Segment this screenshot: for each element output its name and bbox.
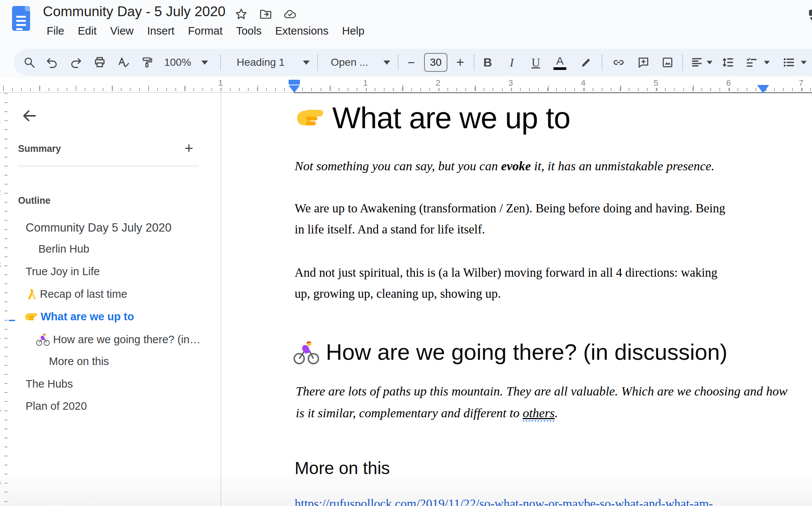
ruler-number: 6 <box>724 78 733 88</box>
right-indent-marker[interactable] <box>757 85 769 93</box>
toolbar-separator <box>474 54 474 71</box>
vertical-ruler[interactable]: 1 2 3 4 5 6 <box>0 93 8 506</box>
zoom-select[interactable]: 100% <box>161 49 195 76</box>
woman-biking-emoji <box>293 339 320 365</box>
doc-subtitle-italic[interactable]: Not something you can say, but you can e… <box>295 156 715 177</box>
ruler-number: 5 <box>651 78 660 88</box>
first-line-indent-marker[interactable] <box>289 80 300 85</box>
font-caret-icon[interactable] <box>381 49 392 76</box>
ruler-number: 2 <box>433 78 442 88</box>
increase-font-size-button[interactable]: + <box>453 49 468 76</box>
reminder-ribbon-emoji <box>27 288 37 300</box>
v-ruler-number: 6 <box>0 477 1 488</box>
outline-item[interactable]: Berlin Hub <box>38 243 89 255</box>
ruler-number: 3 <box>506 78 515 88</box>
cloud-saved-icon[interactable] <box>283 8 297 21</box>
ruler-number: 1 <box>216 78 225 88</box>
pointing-right-emoji <box>24 312 38 322</box>
redo-icon[interactable] <box>67 49 85 76</box>
outline-label: Outline <box>18 195 50 206</box>
clipped-header-icon <box>807 10 812 25</box>
toolbar-separator <box>317 54 318 71</box>
misspelled-word: others <box>523 406 555 421</box>
toolbar: 100% Heading 1 Open ... − 30 + B I U A <box>14 49 812 76</box>
menu-view[interactable]: View <box>103 23 140 39</box>
bold-word: evoke <box>501 159 531 173</box>
text-color-button[interactable]: A <box>551 49 569 76</box>
star-icon[interactable] <box>234 8 248 21</box>
collapse-heading-icon[interactable]: – <box>8 312 15 327</box>
style-caret-icon[interactable] <box>301 49 312 76</box>
bulleted-list-icon[interactable] <box>779 49 798 76</box>
font-select[interactable]: Open ... <box>326 49 376 76</box>
highlight-color-icon[interactable] <box>577 49 596 76</box>
align-icon[interactable] <box>688 49 706 76</box>
divider <box>18 166 199 166</box>
v-ruler-number: 3 <box>0 259 1 271</box>
underline-button[interactable]: U <box>527 49 544 76</box>
v-ruler-number: 4 <box>0 332 1 343</box>
insert-image-icon[interactable] <box>658 49 677 76</box>
outline-item[interactable]: How are we going there? (in… <box>36 333 201 346</box>
zoom-caret-icon[interactable] <box>199 49 210 76</box>
outline-item[interactable]: Recap of last time <box>27 288 127 300</box>
font-size-input[interactable]: 30 <box>423 49 448 76</box>
doc-heading-2[interactable]: How are we going there? (in discussion) <box>293 339 727 365</box>
bulleted-list-caret-icon[interactable] <box>799 49 809 76</box>
menu-insert[interactable]: Insert <box>140 23 181 39</box>
ruler-number: 4 <box>579 78 588 88</box>
line-spacing-icon[interactable] <box>718 49 737 76</box>
doc-paragraph-1[interactable]: We are up to Awakening (transformation /… <box>295 198 725 240</box>
spelling-check-icon[interactable] <box>114 49 133 76</box>
outline-item[interactable]: More on this <box>49 355 109 368</box>
menu-format[interactable]: Format <box>181 23 230 39</box>
outline-item[interactable]: True Joy in Life <box>26 265 100 278</box>
ruler-number: 1 <box>361 78 370 88</box>
doc-paragraph-3-italic[interactable]: There are lots of paths up this mountain… <box>296 380 788 424</box>
add-comment-icon[interactable] <box>634 49 653 76</box>
left-indent-marker[interactable] <box>289 85 300 93</box>
outline-item[interactable]: Plan of 2020 <box>26 400 87 412</box>
print-icon[interactable] <box>90 49 109 76</box>
outline-item[interactable]: Community Day 5 July 2020 <box>26 221 172 235</box>
outline-item-active[interactable]: What are we up to <box>24 311 134 323</box>
close-outline-icon[interactable] <box>19 105 40 126</box>
search-icon[interactable] <box>20 49 39 76</box>
paint-format-icon[interactable] <box>138 49 157 76</box>
v-ruler-number: 1 <box>0 114 1 126</box>
toolbar-separator <box>398 54 398 71</box>
checklist-icon[interactable] <box>742 49 761 76</box>
undo-icon[interactable] <box>43 49 61 76</box>
menu-edit[interactable]: Edit <box>71 23 103 39</box>
paragraph-style-select[interactable]: Heading 1 <box>232 49 301 76</box>
checklist-caret-icon[interactable] <box>762 49 772 76</box>
menu-tools[interactable]: Tools <box>229 23 268 39</box>
horizontal-ruler[interactable]: 1 1 2 3 4 5 6 7 <box>0 78 812 93</box>
hyperlink[interactable]: https://rufuspollock.com/2019/11/22/so-w… <box>295 497 713 506</box>
align-caret-icon[interactable] <box>705 49 715 76</box>
document-title[interactable]: Community Day - 5 July 2020 <box>43 4 225 20</box>
toolbar-separator <box>220 54 221 71</box>
insert-link-icon[interactable] <box>609 49 628 76</box>
google-docs-logo-icon[interactable] <box>12 6 30 31</box>
v-ruler-number: 5 <box>0 404 1 416</box>
docs-logo-fold <box>25 6 30 11</box>
v-ruler-number: 2 <box>0 187 1 198</box>
italic-button[interactable]: I <box>503 49 520 76</box>
menu-extensions[interactable]: Extensions <box>268 23 335 39</box>
bold-button[interactable]: B <box>479 49 496 76</box>
doc-heading-3[interactable]: More on this <box>295 458 390 478</box>
decrease-font-size-button[interactable]: − <box>404 49 419 76</box>
toolbar-separator <box>682 54 683 71</box>
toolbar-separator <box>602 54 602 71</box>
doc-heading-1[interactable]: What are we up to <box>295 101 570 135</box>
menu-bar: File Edit View Insert Format Tools Exten… <box>40 23 371 39</box>
pointing-right-emoji <box>295 106 324 130</box>
menu-file[interactable]: File <box>40 23 71 39</box>
outline-item[interactable]: The Hubs <box>26 378 73 390</box>
move-to-folder-icon[interactable] <box>259 8 272 21</box>
menu-help[interactable]: Help <box>335 23 371 39</box>
add-summary-button[interactable]: + <box>181 140 197 156</box>
doc-link-line[interactable]: https://rufuspollock.com/2019/11/22/so-w… <box>295 493 713 506</box>
doc-paragraph-2[interactable]: And not just spiritual, this is (a la Wi… <box>295 262 718 304</box>
